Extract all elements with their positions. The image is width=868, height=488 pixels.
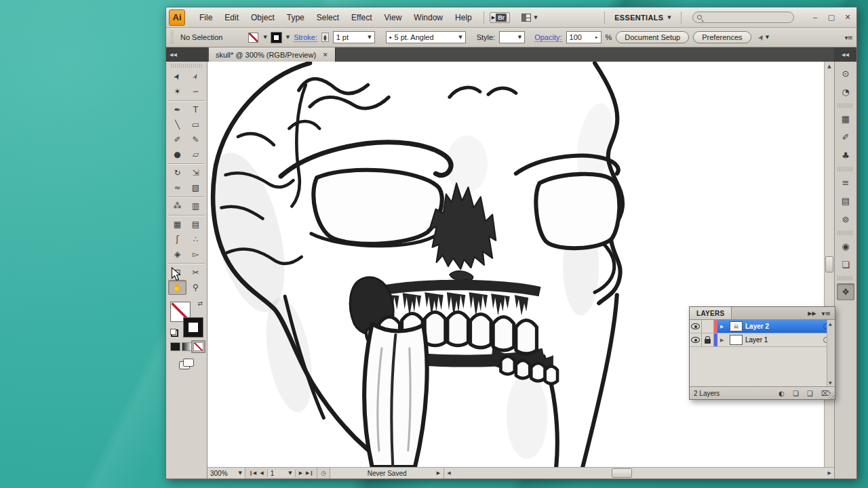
scroll-right-icon[interactable]: ▶: [825, 470, 834, 476]
hand-tool[interactable]: ✋: [168, 280, 186, 295]
live-paint-selection-tool[interactable]: ▻: [186, 247, 205, 262]
scroll-left-icon[interactable]: ◀: [444, 470, 453, 476]
magic-wand-tool[interactable]: ✶: [168, 84, 186, 99]
panel-collapse-icon[interactable]: ▶▶: [808, 310, 816, 317]
new-sublayer-icon[interactable]: ❏: [793, 390, 799, 397]
paintbrush-tool[interactable]: ✐: [168, 132, 186, 147]
width-tool[interactable]: ≈: [168, 180, 186, 195]
previous-artboard-button[interactable]: ◀: [260, 470, 263, 476]
vertical-scroll-thumb[interactable]: [825, 256, 833, 272]
none-mode-button[interactable]: [193, 342, 203, 351]
chevron-down-icon[interactable]: ▼: [263, 35, 267, 40]
style-dropdown[interactable]: ▼: [499, 31, 525, 43]
status-expand-icon[interactable]: ▶: [437, 470, 440, 476]
control-panel-menu-icon[interactable]: ▾≡: [845, 34, 852, 41]
gradient-tool[interactable]: ▤: [186, 217, 205, 232]
menu-file[interactable]: File: [193, 10, 218, 25]
expand-layer-icon[interactable]: ▶: [720, 324, 727, 329]
document-tab[interactable]: skull* @ 300% (RGB/Preview) ✕: [209, 47, 336, 62]
stroke-panel-button[interactable]: ≡: [837, 174, 854, 191]
layers-scrollbar[interactable]: ▲ ▼: [827, 320, 835, 386]
selection-tool[interactable]: ➤: [168, 69, 186, 84]
rectangle-tool[interactable]: ▭: [186, 117, 205, 132]
scroll-up-icon[interactable]: ▲: [829, 321, 832, 326]
minimize-button[interactable]: –: [810, 13, 820, 22]
graphic-styles-panel-button[interactable]: ❏: [837, 256, 854, 273]
color-guide-panel-button[interactable]: ◔: [837, 83, 854, 100]
live-paint-bucket-tool[interactable]: ◈: [168, 247, 186, 262]
search-input[interactable]: [692, 12, 794, 23]
gradient-mode-button[interactable]: [182, 342, 192, 351]
symbol-sprayer-tool[interactable]: ⁂: [168, 199, 186, 214]
preferences-button[interactable]: Preferences: [693, 31, 751, 43]
document-setup-button[interactable]: Document Setup: [616, 31, 689, 43]
line-segment-tool[interactable]: ╲: [168, 117, 186, 132]
canvas[interactable]: ▲: [208, 62, 834, 467]
vertical-scrollbar[interactable]: ▲: [824, 62, 834, 467]
pen-tool[interactable]: ✒: [168, 102, 186, 117]
workspace-switcher[interactable]: ESSENTIALS ▼: [610, 12, 675, 24]
menu-edit[interactable]: Edit: [218, 10, 245, 25]
gradient-panel-button[interactable]: ▤: [837, 192, 854, 209]
brushes-panel-button[interactable]: ✐: [837, 129, 854, 146]
make-clipping-mask-icon[interactable]: ◐: [778, 390, 785, 397]
close-button[interactable]: ✕: [843, 13, 852, 22]
collapse-tools-button[interactable]: ◀◀: [166, 47, 208, 62]
visibility-toggle[interactable]: [690, 320, 702, 333]
stroke-panel-link[interactable]: Stroke:: [294, 33, 317, 42]
scroll-down-icon[interactable]: ▼: [829, 380, 832, 385]
swatches-panel-button[interactable]: ▦: [837, 110, 854, 127]
default-fill-stroke-icon[interactable]: [170, 329, 178, 337]
layer-row[interactable]: ▶☠Layer 2: [690, 320, 835, 333]
layers-tab[interactable]: LAYERS: [690, 307, 732, 319]
artboard-number-dropdown[interactable]: 1 ▼: [267, 470, 296, 477]
menu-view[interactable]: View: [378, 10, 408, 25]
menu-window[interactable]: Window: [408, 10, 449, 25]
panel-resize-grip[interactable]: [828, 392, 835, 399]
zoom-tool[interactable]: ⚲: [186, 280, 205, 295]
new-layer-icon[interactable]: ❑: [807, 390, 813, 397]
layer-name[interactable]: Layer 1: [745, 336, 821, 344]
stepper-down-icon[interactable]: ▼: [323, 37, 327, 41]
stroke-weight-dropdown[interactable]: 1 pt ▼: [333, 31, 375, 43]
layer-name[interactable]: Layer 2: [745, 323, 821, 330]
menu-effect[interactable]: Effect: [345, 10, 378, 25]
eraser-tool[interactable]: ▱: [186, 147, 205, 162]
menu-help[interactable]: Help: [449, 10, 478, 25]
menu-type[interactable]: Type: [281, 10, 311, 25]
opacity-input[interactable]: 100 ▸: [566, 31, 601, 43]
next-artboard-button[interactable]: ▶: [299, 470, 302, 476]
fill-color-swatch[interactable]: [248, 33, 258, 43]
rotate-tool[interactable]: ↻: [168, 165, 186, 180]
visibility-toggle[interactable]: [690, 333, 702, 346]
scale-tool[interactable]: ⇲: [186, 165, 205, 180]
column-graph-tool[interactable]: ▥: [186, 199, 205, 214]
eyedropper-tool[interactable]: ʃ: [168, 232, 186, 247]
collapse-dock-button[interactable]: ◀◀: [834, 47, 856, 62]
lock-toggle[interactable]: [702, 320, 714, 333]
zoom-level-dropdown[interactable]: 300% ▼: [208, 468, 245, 479]
transparency-panel-button[interactable]: ⊚: [837, 211, 854, 228]
horizontal-scrollbar[interactable]: ◀ ▶: [444, 468, 834, 479]
arrange-documents-button[interactable]: ▼: [518, 12, 540, 24]
lock-toggle[interactable]: [702, 333, 714, 346]
color-panel-button[interactable]: ⊙: [837, 65, 854, 82]
panel-menu-icon[interactable]: ▾≡: [822, 310, 831, 317]
type-tool[interactable]: T: [186, 102, 205, 117]
symbols-panel-button[interactable]: ♣: [837, 147, 854, 164]
last-artboard-button[interactable]: ▶❙: [306, 470, 313, 476]
tab-close-icon[interactable]: ✕: [323, 52, 328, 58]
pencil-tool[interactable]: ✎: [186, 132, 205, 147]
launch-bridge-button[interactable]: ▶ Br: [490, 12, 510, 23]
mesh-tool[interactable]: ▦: [168, 217, 186, 232]
appearance-panel-button[interactable]: ◉: [837, 238, 854, 255]
maximize-button[interactable]: ▢: [827, 13, 836, 22]
layers-panel-button[interactable]: ❖: [837, 283, 854, 300]
chevron-down-icon[interactable]: ▼: [286, 35, 290, 40]
save-status[interactable]: Never Saved ▶: [330, 468, 444, 479]
select-similar-button[interactable]: ➤ ▼: [758, 33, 770, 42]
free-transform-tool[interactable]: ▧: [186, 180, 205, 195]
slice-tool[interactable]: ✂: [186, 265, 205, 280]
blob-brush-tool[interactable]: ●: [168, 147, 186, 162]
opacity-panel-link[interactable]: Opacity:: [534, 33, 561, 42]
